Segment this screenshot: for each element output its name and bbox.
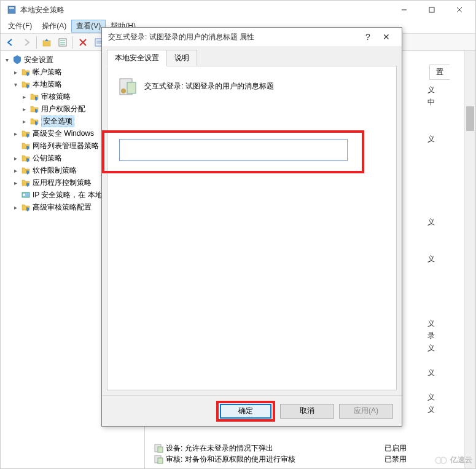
ok-button[interactable]: 确定 xyxy=(220,404,271,419)
dialog-help-button[interactable]: ? xyxy=(359,32,377,42)
tree-item-label: 本地策略 xyxy=(33,79,62,90)
folder-icon xyxy=(21,202,31,212)
tree-item-label: 安全选项 xyxy=(41,116,74,127)
dialog-title: 交互式登录: 试图登录的用户的消息标题 属性 xyxy=(108,32,359,42)
close-button[interactable] xyxy=(445,1,473,18)
svg-point-17 xyxy=(23,194,25,196)
list-cell-fragment: 义 xyxy=(425,392,450,403)
message-title-input[interactable] xyxy=(119,139,348,161)
dialog-titlebar: 交互式登录: 试图登录的用户的消息标题 属性 ? ✕ xyxy=(102,28,402,46)
list-cell-fragment: 义 xyxy=(425,134,450,144)
policy-item-icon xyxy=(154,454,163,464)
highlight-ok: 确定 xyxy=(216,401,275,422)
tree-item-label: 网络列表管理器策略 xyxy=(33,141,99,151)
folder-icon xyxy=(21,67,31,77)
tree-item-label: 应用程序控制策略 xyxy=(33,178,92,188)
dialog-tabs: 本地安全设置 说明 xyxy=(102,46,402,66)
tree-item-label: 软件限制策略 xyxy=(33,165,77,176)
security-root-icon xyxy=(12,55,22,65)
dialog-body: 交互式登录: 试图登录的用户的消息标题 xyxy=(107,66,397,390)
tree-item-label: 公钥策略 xyxy=(33,153,62,164)
menu-action[interactable]: 操作(A) xyxy=(37,20,71,33)
delete-button[interactable] xyxy=(76,35,90,50)
svg-rect-3 xyxy=(429,7,434,12)
svg-rect-23 xyxy=(127,82,136,93)
list-cell-fragment: 录 xyxy=(425,331,450,341)
tree-item-label: 审核策略 xyxy=(41,92,71,102)
folder-icon xyxy=(29,116,39,126)
expand-icon[interactable]: ▸ xyxy=(12,179,19,186)
list-cell-fragment: 义 xyxy=(425,318,450,329)
dialog-policy-header: 交互式登录: 试图登录的用户的消息标题 xyxy=(117,76,386,96)
folder-icon xyxy=(29,104,39,114)
collapse-icon[interactable]: ▾ xyxy=(3,57,10,63)
minimize-button[interactable] xyxy=(390,1,418,18)
list-row[interactable]: 审核: 对备份和还原权限的使用进行审核已禁用 xyxy=(151,454,452,465)
dialog-close-button[interactable]: ✕ xyxy=(377,32,396,42)
expand-icon[interactable]: ▸ xyxy=(12,167,19,174)
expand-icon[interactable]: ▸ xyxy=(20,93,28,100)
scrollbar-thumb[interactable] xyxy=(466,106,474,131)
tree-label: 安全设置 xyxy=(24,55,53,65)
folder-icon xyxy=(21,141,31,151)
toolbar-separator xyxy=(36,36,37,49)
watermark-text: 亿速云 xyxy=(450,455,472,465)
app-icon xyxy=(7,5,17,15)
expand-icon[interactable]: ▸ xyxy=(12,155,19,162)
svg-rect-0 xyxy=(8,6,15,14)
expand-icon[interactable]: ▸ xyxy=(12,130,19,137)
folder-icon xyxy=(21,165,31,175)
list-cell-fragment: 义 xyxy=(425,343,450,353)
tree-item-label: 用户权限分配 xyxy=(41,104,85,114)
svg-rect-1 xyxy=(9,7,14,9)
tree-item-label: 高级安全 Windows xyxy=(33,128,94,139)
up-button[interactable] xyxy=(39,35,54,50)
expand-icon[interactable]: ▸ xyxy=(20,118,28,125)
apply-button[interactable]: 应用(A) xyxy=(339,404,393,419)
list-row[interactable]: 设备: 允许在未登录的情况下弹出已启用 xyxy=(151,443,452,454)
svg-rect-6 xyxy=(43,41,50,46)
list-cell-fragment: 义 xyxy=(425,85,450,95)
cancel-button[interactable]: 取消 xyxy=(280,404,334,419)
menu-view[interactable]: 查看(V) xyxy=(71,20,106,33)
folder-icon xyxy=(29,92,39,101)
back-button[interactable] xyxy=(3,35,18,50)
policy-name-cell: 审核: 对备份和还原权限的使用进行审核 xyxy=(151,454,384,465)
collapse-icon[interactable]: ▾ xyxy=(12,81,19,88)
tree-item-label: IP 安全策略，在 本地 xyxy=(33,190,103,200)
column-header-fragment[interactable]: 置 xyxy=(429,65,450,80)
expand-icon[interactable]: ▸ xyxy=(20,106,28,112)
window-controls xyxy=(390,1,473,18)
toolbar-separator xyxy=(72,36,73,49)
expand-icon[interactable]: ▸ xyxy=(12,69,19,76)
list-cell-fragment: 义 xyxy=(425,404,450,415)
tab-explain[interactable]: 说明 xyxy=(166,50,197,66)
list-cell-fragment: 义 xyxy=(425,368,450,378)
svg-point-24 xyxy=(121,89,126,93)
maximize-button[interactable] xyxy=(418,1,445,18)
list-cell-fragment: 义 xyxy=(425,217,450,227)
folder-icon xyxy=(21,178,31,187)
titlebar: 本地安全策略 xyxy=(1,1,475,19)
vertical-scrollbar[interactable] xyxy=(464,51,475,468)
tab-local-security[interactable]: 本地安全设置 xyxy=(107,50,167,66)
list-cell-fragment: 中 xyxy=(425,97,450,108)
dialog-policy-name: 交互式登录: 试图登录的用户的消息标题 xyxy=(144,81,274,92)
tree-item-label: 帐户策略 xyxy=(33,67,62,77)
folder-icon xyxy=(21,153,31,163)
policy-name-cell: 设备: 允许在未登录的情况下弹出 xyxy=(151,443,384,454)
svg-rect-19 xyxy=(158,447,163,452)
policy-icon xyxy=(117,76,137,96)
properties-button[interactable] xyxy=(55,35,70,50)
list-cell-fragment: 义 xyxy=(425,254,450,264)
forward-button[interactable] xyxy=(19,35,34,50)
svg-rect-21 xyxy=(158,458,163,463)
expand-icon[interactable]: ▸ xyxy=(12,204,19,211)
ip-security-icon xyxy=(21,190,31,200)
tree-item-label: 高级审核策略配置 xyxy=(33,202,92,213)
dialog-buttons: 确定 取消 应用(A) xyxy=(102,395,402,426)
folder-icon xyxy=(21,128,31,138)
menu-file[interactable]: 文件(F) xyxy=(3,20,37,33)
watermark: 亿速云 xyxy=(434,455,472,465)
window-title: 本地安全策略 xyxy=(20,5,390,15)
